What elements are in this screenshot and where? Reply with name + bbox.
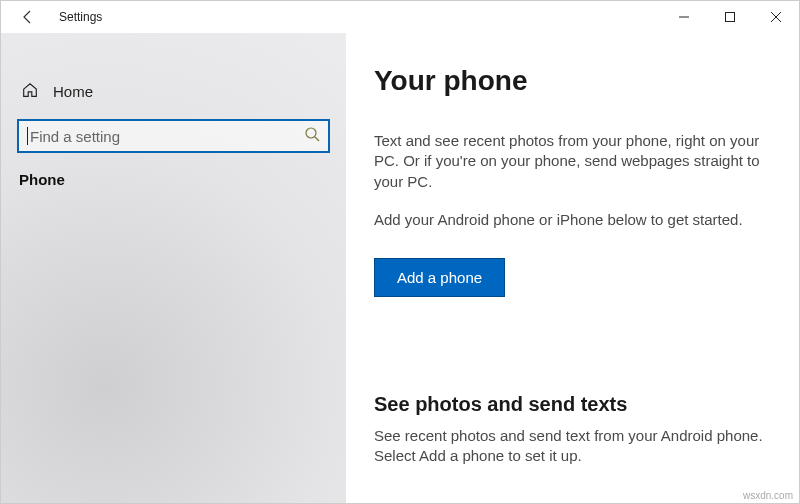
window-controls bbox=[661, 1, 799, 33]
close-button[interactable] bbox=[753, 1, 799, 33]
text-caret bbox=[27, 127, 28, 145]
page-title: Your phone bbox=[374, 65, 771, 97]
svg-point-4 bbox=[306, 128, 316, 138]
section-body: See recent photos and send text from you… bbox=[374, 426, 771, 467]
maximize-button[interactable] bbox=[707, 1, 753, 33]
intro-text: Text and see recent photos from your pho… bbox=[374, 131, 771, 192]
svg-line-5 bbox=[315, 137, 319, 141]
search-input[interactable] bbox=[30, 128, 304, 145]
app-title: Settings bbox=[59, 10, 102, 24]
get-started-text: Add your Android phone or iPhone below t… bbox=[374, 210, 771, 230]
titlebar-left: Settings bbox=[1, 8, 102, 26]
add-phone-button[interactable]: Add a phone bbox=[374, 258, 505, 297]
svg-rect-1 bbox=[726, 13, 735, 22]
sidebar-item-label: Phone bbox=[19, 171, 65, 188]
button-label: Add a phone bbox=[397, 269, 482, 286]
watermark: wsxdn.com bbox=[743, 490, 793, 501]
sidebar: Home Phone bbox=[1, 33, 346, 503]
titlebar: Settings bbox=[1, 1, 799, 33]
content-pane: Your phone Text and see recent photos fr… bbox=[346, 33, 799, 503]
settings-window: Settings Home bbox=[0, 0, 800, 504]
sidebar-item-home[interactable]: Home bbox=[17, 71, 330, 111]
home-icon bbox=[21, 81, 39, 102]
search-icon bbox=[304, 126, 320, 146]
window-body: Home Phone Your phone Text and see recen… bbox=[1, 33, 799, 503]
minimize-button[interactable] bbox=[661, 1, 707, 33]
sidebar-item-label: Home bbox=[53, 83, 93, 100]
section-heading: See photos and send texts bbox=[374, 393, 771, 416]
back-button[interactable] bbox=[19, 8, 37, 26]
sidebar-item-phone[interactable]: Phone bbox=[17, 171, 330, 188]
search-input-wrap[interactable] bbox=[17, 119, 330, 153]
